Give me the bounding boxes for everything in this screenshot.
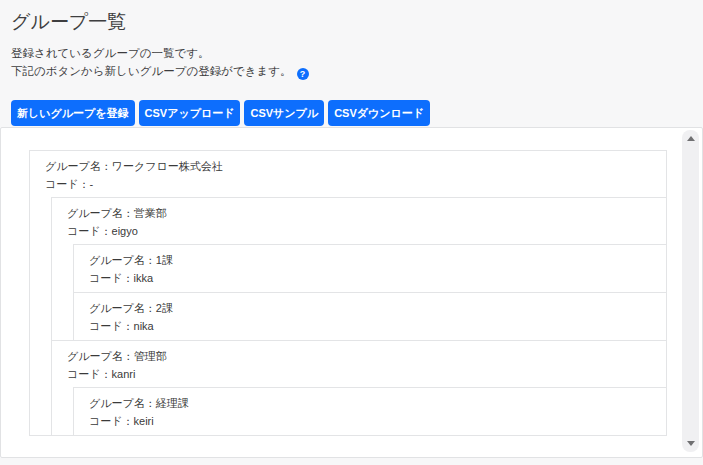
- group-list-panel: グループ名：ワークフロー株式会社コード：-グループ名：営業部コード：eigyoグ…: [0, 127, 703, 458]
- group-children: グループ名：経理課コード：keiri: [73, 387, 667, 436]
- page-description: 登録されているグループの一覧です。 下記のボタンから新しいグループの登録ができま…: [11, 44, 691, 80]
- group-name-line: グループ名：管理部: [67, 347, 666, 365]
- group-box-lines: グループ名：2課コード：nika: [74, 299, 666, 335]
- group-box: グループ名：管理部コード：kanriグループ名：経理課コード：keiri: [51, 340, 667, 436]
- group-name-line: グループ名：ワークフロー株式会社: [45, 157, 666, 175]
- scroll-down-arrow-icon[interactable]: [687, 441, 695, 446]
- group-box-lines: グループ名：ワークフロー株式会社コード：-: [30, 157, 666, 193]
- group-box-lines: グループ名：経理課コード：keiri: [74, 394, 666, 430]
- description-line-1: 登録されているグループの一覧です。: [11, 44, 691, 62]
- register-group-button[interactable]: 新しいグループを登録: [11, 100, 135, 126]
- group-name-line: グループ名：1課: [89, 251, 666, 269]
- group-box-lines: グループ名：営業部コード：eigyo: [52, 204, 666, 240]
- group-name-line: グループ名：経理課: [89, 394, 666, 412]
- group-children: グループ名：1課コード：ikkaグループ名：2課コード：nika: [73, 244, 667, 341]
- group-box: グループ名：1課コード：ikka: [73, 244, 667, 293]
- group-name-line: グループ名：2課: [89, 299, 666, 317]
- group-box: グループ名：営業部コード：eigyoグループ名：1課コード：ikkaグループ名：…: [51, 197, 667, 341]
- group-list-page: グループ一覧 登録されているグループの一覧です。 下記のボタンから新しいグループ…: [0, 0, 703, 465]
- description-line-2-wrap: 下記のボタンから新しいグループの登録ができます。?: [11, 62, 691, 80]
- group-box-lines: グループ名：1課コード：ikka: [74, 251, 666, 287]
- group-code-line: コード：eigyo: [67, 222, 666, 240]
- page-header: グループ一覧 登録されているグループの一覧です。 下記のボタンから新しいグループ…: [0, 0, 703, 126]
- group-code-line: コード：keiri: [89, 412, 666, 430]
- page-title: グループ一覧: [11, 10, 691, 34]
- group-children: グループ名：営業部コード：eigyoグループ名：1課コード：ikkaグループ名：…: [51, 197, 667, 436]
- csv-upload-button[interactable]: CSVアップロード: [139, 100, 241, 126]
- toolbar: 新しいグループを登録 CSVアップロード CSVサンプル CSVダウンロード: [11, 100, 691, 126]
- group-box: グループ名：2課コード：nika: [73, 292, 667, 341]
- question-circle-icon[interactable]: ?: [297, 68, 309, 80]
- csv-sample-button[interactable]: CSVサンプル: [244, 100, 324, 126]
- group-code-line: コード：nika: [89, 317, 666, 335]
- scrollbar[interactable]: [682, 130, 699, 452]
- group-code-line: コード：ikka: [89, 269, 666, 287]
- group-box-lines: グループ名：管理部コード：kanri: [52, 347, 666, 383]
- group-code-line: コード：-: [45, 175, 666, 193]
- group-name-line: グループ名：営業部: [67, 204, 666, 222]
- scroll-up-arrow-icon[interactable]: [687, 136, 695, 141]
- group-box: グループ名：ワークフロー株式会社コード：-グループ名：営業部コード：eigyoグ…: [29, 150, 667, 436]
- description-line-2: 下記のボタンから新しいグループの登録ができます。: [11, 65, 292, 77]
- group-box: グループ名：経理課コード：keiri: [73, 387, 667, 436]
- group-code-line: コード：kanri: [67, 365, 666, 383]
- csv-download-button[interactable]: CSVダウンロード: [328, 100, 430, 126]
- group-tree: グループ名：ワークフロー株式会社コード：-グループ名：営業部コード：eigyoグ…: [29, 150, 667, 436]
